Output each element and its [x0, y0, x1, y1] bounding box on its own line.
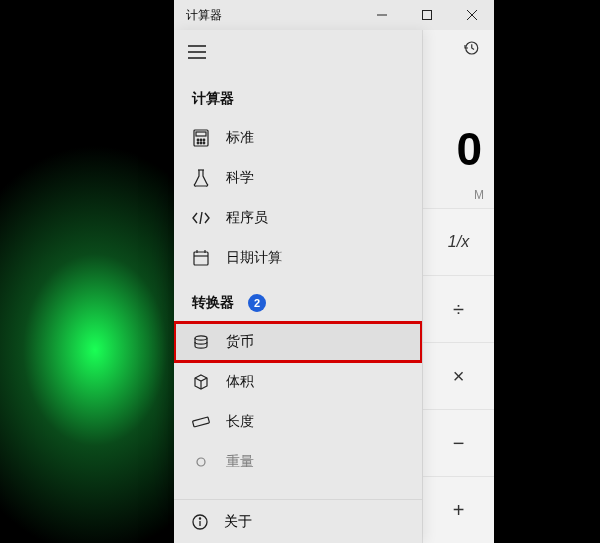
flask-icon: [192, 169, 210, 187]
nav-drawer: 计算器 标准 科学 程序员: [174, 30, 422, 543]
nav-label: 体积: [226, 373, 254, 391]
hamburger-button[interactable]: [174, 30, 422, 74]
nav-volume[interactable]: 体积: [174, 362, 422, 402]
nav-label: 程序员: [226, 209, 268, 227]
section-calculator: 计算器: [174, 74, 422, 118]
step-badge: 2: [248, 294, 266, 312]
history-button[interactable]: [423, 30, 494, 66]
maximize-button[interactable]: [404, 0, 449, 30]
multiply-button[interactable]: ×: [423, 342, 494, 409]
svg-point-27: [199, 517, 200, 518]
section-converter: 转换器 2: [174, 278, 422, 322]
svg-point-14: [200, 142, 202, 144]
svg-point-12: [203, 139, 205, 141]
svg-point-15: [203, 142, 205, 144]
svg-line-17: [200, 212, 202, 224]
nav-label: 货币: [226, 333, 254, 351]
nav-programmer[interactable]: 程序员: [174, 198, 422, 238]
calculator-icon: [192, 129, 210, 147]
nav-length[interactable]: 长度: [174, 402, 422, 442]
nav-weight[interactable]: 重量: [174, 442, 422, 482]
subtract-button[interactable]: −: [423, 409, 494, 476]
calculator-right-column: 0 M 1/x ÷ × − +: [422, 30, 494, 543]
cube-icon: [192, 374, 210, 390]
section-converter-label: 转换器: [192, 294, 234, 312]
add-button[interactable]: +: [423, 476, 494, 543]
minimize-button[interactable]: [359, 0, 404, 30]
ruler-icon: [192, 416, 210, 428]
nav-currency[interactable]: 货币: [174, 322, 422, 362]
calendar-icon: [192, 250, 210, 266]
calculator-window: 计算器 0 M 1/x ÷ × −: [174, 0, 494, 543]
nav-label: 关于: [224, 513, 252, 531]
svg-rect-23: [192, 417, 209, 427]
svg-rect-18: [194, 252, 208, 265]
nav-label: 重量: [226, 453, 254, 471]
code-icon: [192, 211, 210, 225]
memory-indicator: M: [423, 182, 494, 208]
window-title: 计算器: [174, 7, 359, 24]
nav-standard[interactable]: 标准: [174, 118, 422, 158]
close-button[interactable]: [449, 0, 494, 30]
svg-rect-9: [196, 132, 206, 136]
titlebar: 计算器: [174, 0, 494, 30]
svg-point-13: [197, 142, 199, 144]
svg-point-22: [195, 336, 207, 340]
nav-date[interactable]: 日期计算: [174, 238, 422, 278]
weight-icon: [192, 457, 210, 467]
nav-about[interactable]: 关于: [174, 499, 422, 543]
divide-button[interactable]: ÷: [423, 275, 494, 342]
info-icon: [192, 514, 208, 530]
svg-point-24: [197, 458, 205, 466]
nav-label: 日期计算: [226, 249, 282, 267]
nav-label: 长度: [226, 413, 254, 431]
svg-point-10: [197, 139, 199, 141]
svg-rect-1: [422, 11, 431, 20]
nav-scientific[interactable]: 科学: [174, 158, 422, 198]
display-value: 0: [423, 66, 494, 182]
reciprocal-button[interactable]: 1/x: [423, 208, 494, 275]
svg-point-11: [200, 139, 202, 141]
nav-label: 标准: [226, 129, 254, 147]
currency-icon: [192, 334, 210, 350]
nav-label: 科学: [226, 169, 254, 187]
